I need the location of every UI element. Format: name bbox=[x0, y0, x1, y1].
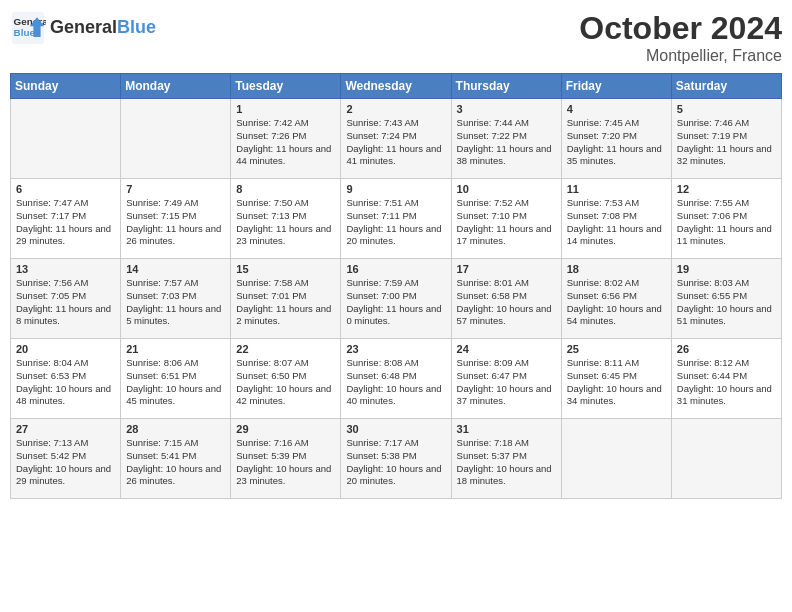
day-number: 3 bbox=[457, 103, 556, 115]
sunset-text: Sunset: 6:48 PM bbox=[346, 370, 445, 383]
day-number: 27 bbox=[16, 423, 115, 435]
daylight-text: Daylight: 10 hours and 26 minutes. bbox=[126, 463, 225, 489]
cell-content: Sunrise: 8:06 AMSunset: 6:51 PMDaylight:… bbox=[126, 357, 225, 408]
calendar-cell bbox=[561, 419, 671, 499]
day-number: 24 bbox=[457, 343, 556, 355]
sunset-text: Sunset: 6:44 PM bbox=[677, 370, 776, 383]
calendar-cell: 16Sunrise: 7:59 AMSunset: 7:00 PMDayligh… bbox=[341, 259, 451, 339]
sunrise-text: Sunrise: 8:07 AM bbox=[236, 357, 335, 370]
sunset-text: Sunset: 7:22 PM bbox=[457, 130, 556, 143]
cell-content: Sunrise: 7:17 AMSunset: 5:38 PMDaylight:… bbox=[346, 437, 445, 488]
day-number: 9 bbox=[346, 183, 445, 195]
sunrise-text: Sunrise: 7:55 AM bbox=[677, 197, 776, 210]
daylight-text: Daylight: 11 hours and 35 minutes. bbox=[567, 143, 666, 169]
calendar-cell: 21Sunrise: 8:06 AMSunset: 6:51 PMDayligh… bbox=[121, 339, 231, 419]
calendar-cell: 14Sunrise: 7:57 AMSunset: 7:03 PMDayligh… bbox=[121, 259, 231, 339]
sunset-text: Sunset: 7:10 PM bbox=[457, 210, 556, 223]
daylight-text: Daylight: 11 hours and 38 minutes. bbox=[457, 143, 556, 169]
week-row-5: 27Sunrise: 7:13 AMSunset: 5:42 PMDayligh… bbox=[11, 419, 782, 499]
calendar-cell: 24Sunrise: 8:09 AMSunset: 6:47 PMDayligh… bbox=[451, 339, 561, 419]
sunset-text: Sunset: 5:37 PM bbox=[457, 450, 556, 463]
cell-content: Sunrise: 7:55 AMSunset: 7:06 PMDaylight:… bbox=[677, 197, 776, 248]
calendar-cell: 26Sunrise: 8:12 AMSunset: 6:44 PMDayligh… bbox=[671, 339, 781, 419]
sunrise-text: Sunrise: 8:09 AM bbox=[457, 357, 556, 370]
cell-content: Sunrise: 7:43 AMSunset: 7:24 PMDaylight:… bbox=[346, 117, 445, 168]
column-header-thursday: Thursday bbox=[451, 74, 561, 99]
logo-text: GeneralBlue bbox=[50, 18, 156, 38]
sunset-text: Sunset: 7:05 PM bbox=[16, 290, 115, 303]
sunset-text: Sunset: 5:41 PM bbox=[126, 450, 225, 463]
calendar-cell: 9Sunrise: 7:51 AMSunset: 7:11 PMDaylight… bbox=[341, 179, 451, 259]
cell-content: Sunrise: 8:08 AMSunset: 6:48 PMDaylight:… bbox=[346, 357, 445, 408]
daylight-text: Daylight: 10 hours and 31 minutes. bbox=[677, 383, 776, 409]
sunset-text: Sunset: 7:20 PM bbox=[567, 130, 666, 143]
day-number: 11 bbox=[567, 183, 666, 195]
day-number: 31 bbox=[457, 423, 556, 435]
calendar-cell: 12Sunrise: 7:55 AMSunset: 7:06 PMDayligh… bbox=[671, 179, 781, 259]
column-header-friday: Friday bbox=[561, 74, 671, 99]
calendar-cell: 17Sunrise: 8:01 AMSunset: 6:58 PMDayligh… bbox=[451, 259, 561, 339]
sunset-text: Sunset: 7:03 PM bbox=[126, 290, 225, 303]
calendar-cell: 20Sunrise: 8:04 AMSunset: 6:53 PMDayligh… bbox=[11, 339, 121, 419]
calendar-cell: 13Sunrise: 7:56 AMSunset: 7:05 PMDayligh… bbox=[11, 259, 121, 339]
daylight-text: Daylight: 11 hours and 5 minutes. bbox=[126, 303, 225, 329]
day-number: 21 bbox=[126, 343, 225, 355]
sunset-text: Sunset: 7:24 PM bbox=[346, 130, 445, 143]
day-number: 7 bbox=[126, 183, 225, 195]
svg-text:Blue: Blue bbox=[14, 27, 36, 38]
sunrise-text: Sunrise: 8:01 AM bbox=[457, 277, 556, 290]
page-header: General Blue GeneralBlue October 2024 Mo… bbox=[10, 10, 782, 65]
sunrise-text: Sunrise: 7:58 AM bbox=[236, 277, 335, 290]
calendar-cell: 31Sunrise: 7:18 AMSunset: 5:37 PMDayligh… bbox=[451, 419, 561, 499]
sunrise-text: Sunrise: 7:16 AM bbox=[236, 437, 335, 450]
sunset-text: Sunset: 7:06 PM bbox=[677, 210, 776, 223]
week-row-3: 13Sunrise: 7:56 AMSunset: 7:05 PMDayligh… bbox=[11, 259, 782, 339]
cell-content: Sunrise: 8:12 AMSunset: 6:44 PMDaylight:… bbox=[677, 357, 776, 408]
daylight-text: Daylight: 10 hours and 40 minutes. bbox=[346, 383, 445, 409]
calendar-cell: 27Sunrise: 7:13 AMSunset: 5:42 PMDayligh… bbox=[11, 419, 121, 499]
cell-content: Sunrise: 7:16 AMSunset: 5:39 PMDaylight:… bbox=[236, 437, 335, 488]
daylight-text: Daylight: 10 hours and 37 minutes. bbox=[457, 383, 556, 409]
logo: General Blue GeneralBlue bbox=[10, 10, 156, 46]
day-number: 6 bbox=[16, 183, 115, 195]
day-number: 13 bbox=[16, 263, 115, 275]
calendar-cell: 22Sunrise: 8:07 AMSunset: 6:50 PMDayligh… bbox=[231, 339, 341, 419]
cell-content: Sunrise: 8:07 AMSunset: 6:50 PMDaylight:… bbox=[236, 357, 335, 408]
calendar-cell: 8Sunrise: 7:50 AMSunset: 7:13 PMDaylight… bbox=[231, 179, 341, 259]
calendar-cell: 4Sunrise: 7:45 AMSunset: 7:20 PMDaylight… bbox=[561, 99, 671, 179]
sunrise-text: Sunrise: 7:13 AM bbox=[16, 437, 115, 450]
daylight-text: Daylight: 11 hours and 0 minutes. bbox=[346, 303, 445, 329]
sunset-text: Sunset: 6:58 PM bbox=[457, 290, 556, 303]
location: Montpellier, France bbox=[579, 47, 782, 65]
sunrise-text: Sunrise: 7:18 AM bbox=[457, 437, 556, 450]
day-number: 8 bbox=[236, 183, 335, 195]
cell-content: Sunrise: 7:56 AMSunset: 7:05 PMDaylight:… bbox=[16, 277, 115, 328]
sunrise-text: Sunrise: 7:50 AM bbox=[236, 197, 335, 210]
calendar-cell: 30Sunrise: 7:17 AMSunset: 5:38 PMDayligh… bbox=[341, 419, 451, 499]
day-number: 2 bbox=[346, 103, 445, 115]
sunrise-text: Sunrise: 7:59 AM bbox=[346, 277, 445, 290]
calendar-table: SundayMondayTuesdayWednesdayThursdayFrid… bbox=[10, 73, 782, 499]
sunset-text: Sunset: 7:13 PM bbox=[236, 210, 335, 223]
column-header-monday: Monday bbox=[121, 74, 231, 99]
sunset-text: Sunset: 7:00 PM bbox=[346, 290, 445, 303]
daylight-text: Daylight: 11 hours and 29 minutes. bbox=[16, 223, 115, 249]
cell-content: Sunrise: 7:52 AMSunset: 7:10 PMDaylight:… bbox=[457, 197, 556, 248]
logo-icon: General Blue bbox=[10, 10, 46, 46]
column-header-sunday: Sunday bbox=[11, 74, 121, 99]
day-number: 18 bbox=[567, 263, 666, 275]
day-number: 1 bbox=[236, 103, 335, 115]
day-number: 19 bbox=[677, 263, 776, 275]
cell-content: Sunrise: 7:49 AMSunset: 7:15 PMDaylight:… bbox=[126, 197, 225, 248]
daylight-text: Daylight: 11 hours and 14 minutes. bbox=[567, 223, 666, 249]
sunrise-text: Sunrise: 7:57 AM bbox=[126, 277, 225, 290]
sunset-text: Sunset: 6:51 PM bbox=[126, 370, 225, 383]
day-number: 16 bbox=[346, 263, 445, 275]
day-number: 14 bbox=[126, 263, 225, 275]
cell-content: Sunrise: 7:50 AMSunset: 7:13 PMDaylight:… bbox=[236, 197, 335, 248]
title-block: October 2024 Montpellier, France bbox=[579, 10, 782, 65]
daylight-text: Daylight: 10 hours and 18 minutes. bbox=[457, 463, 556, 489]
sunrise-text: Sunrise: 7:47 AM bbox=[16, 197, 115, 210]
daylight-text: Daylight: 11 hours and 11 minutes. bbox=[677, 223, 776, 249]
daylight-text: Daylight: 10 hours and 45 minutes. bbox=[126, 383, 225, 409]
